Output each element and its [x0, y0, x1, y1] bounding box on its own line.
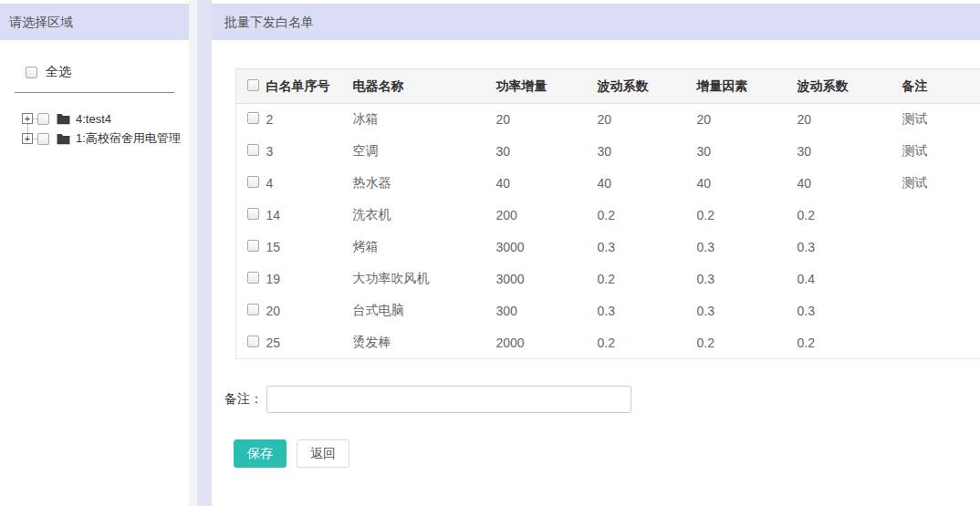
- select-all-label: 全选: [46, 64, 71, 80]
- col-header-name: 电器名称: [353, 69, 496, 104]
- save-button[interactable]: 保存: [234, 439, 287, 468]
- cell-increment: 0.2: [697, 200, 798, 232]
- cell-fluct1: 0.2: [598, 327, 697, 359]
- table-row: 25 烫发棒 2000 0.2 0.2 0.2: [236, 327, 980, 359]
- cell-fluct1: 30: [598, 136, 697, 168]
- cell-remark: [902, 327, 980, 359]
- tree-connector-line: [27, 124, 28, 139]
- cell-remark: [902, 200, 980, 232]
- cell-power: 300: [496, 295, 598, 327]
- region-tree: + 4:test4 + 1:高校宿舍用电管理: [0, 108, 189, 149]
- cell-id: 4: [266, 168, 353, 200]
- table-row: 4 热水器 40 40 40 40 测试: [236, 168, 980, 200]
- page: 请选择区域 全选 + 4:test4 +: [0, 0, 980, 506]
- row-checkbox[interactable]: [247, 240, 259, 252]
- cell-power: 200: [496, 200, 598, 232]
- cell-fluct2: 40: [798, 168, 902, 200]
- expand-plus-icon[interactable]: +: [22, 113, 33, 124]
- cell-increment: 40: [697, 168, 798, 200]
- whitelist-panel: 批量下发白名单 白名单序号 电器名称 功率增量 波动系数 增量因素 波动系数: [212, 0, 980, 506]
- cell-power: 3000: [496, 232, 598, 263]
- col-header-fluct1: 波动系数: [598, 69, 697, 104]
- cell-increment: 0.3: [697, 232, 798, 263]
- sidebar-body: 全选 + 4:test4 +: [0, 40, 189, 149]
- cell-increment: 0.3: [697, 295, 798, 327]
- cell-id: 20: [266, 295, 353, 327]
- cell-power: 30: [496, 136, 598, 168]
- cell-name: 冰箱: [353, 104, 496, 136]
- tree-item-checkbox[interactable]: [37, 113, 49, 125]
- folder-icon: [57, 113, 70, 125]
- col-header-increment: 增量因素: [697, 69, 798, 104]
- tree-item-checkbox[interactable]: [37, 133, 49, 145]
- cell-remark: 测试: [902, 104, 980, 136]
- cell-name: 热水器: [353, 168, 496, 200]
- select-all-row: 全选: [0, 64, 189, 80]
- col-header-fluct2: 波动系数: [798, 69, 902, 104]
- cell-name: 大功率吹风机: [353, 263, 496, 295]
- cell-remark: 测试: [902, 168, 980, 200]
- cell-power: 3000: [496, 263, 598, 295]
- cell-fluct1: 0.2: [598, 263, 697, 295]
- row-checkbox[interactable]: [247, 304, 259, 315]
- cell-increment: 20: [697, 104, 798, 136]
- cell-id: 25: [266, 327, 353, 359]
- cell-id: 15: [266, 232, 353, 263]
- row-checkbox[interactable]: [247, 176, 259, 188]
- cell-fluct1: 0.3: [598, 232, 697, 263]
- row-checkbox[interactable]: [247, 112, 259, 124]
- cell-name: 洗衣机: [353, 200, 496, 232]
- cell-name: 空调: [353, 136, 496, 168]
- col-header-id: 白名单序号: [266, 69, 353, 104]
- cell-fluct1: 20: [598, 104, 697, 136]
- cell-name: 台式电脑: [353, 295, 496, 327]
- cell-fluct2: 0.2: [798, 327, 902, 359]
- region-sidebar: 请选择区域 全选 + 4:test4 +: [0, 0, 189, 506]
- cell-remark: 测试: [902, 136, 980, 168]
- cell-id: 3: [266, 136, 353, 168]
- row-checkbox[interactable]: [247, 272, 259, 284]
- col-header-power: 功率增量: [496, 69, 598, 104]
- tree-item-label[interactable]: 4:test4: [76, 112, 111, 126]
- cell-power: 40: [496, 168, 598, 200]
- tree-item-label[interactable]: 1:高校宿舍用电管理: [76, 130, 181, 147]
- cell-id: 2: [266, 104, 353, 136]
- cell-id: 14: [266, 200, 353, 232]
- cell-fluct2: 0.4: [798, 263, 902, 295]
- cell-increment: 0.2: [697, 327, 798, 359]
- folder-icon: [57, 133, 70, 145]
- select-all-checkbox[interactable]: [26, 67, 37, 78]
- cell-remark: [902, 263, 980, 295]
- whitelist-table: 白名单序号 电器名称 功率增量 波动系数 增量因素 波动系数 备注 2 冰箱: [235, 68, 980, 359]
- table-row: 14 洗衣机 200 0.2 0.2 0.2: [236, 200, 980, 232]
- cell-fluct1: 0.2: [598, 200, 697, 232]
- table-row: 2 冰箱 20 20 20 20 测试: [236, 104, 980, 136]
- row-checkbox[interactable]: [247, 208, 259, 220]
- panel-gap: [189, 0, 212, 506]
- cell-fluct1: 40: [598, 168, 697, 200]
- table-row: 3 空调 30 30 30 30 测试: [236, 136, 980, 168]
- tree-item-dorm-power[interactable]: + 1:高校宿舍用电管理: [22, 129, 189, 149]
- cell-name: 烤箱: [353, 232, 496, 263]
- table-row: 19 大功率吹风机 3000 0.2 0.3 0.4: [236, 263, 980, 295]
- table-header-row: 白名单序号 电器名称 功率增量 波动系数 增量因素 波动系数 备注: [236, 69, 980, 104]
- cell-fluct2: 30: [798, 136, 902, 168]
- cell-remark: [902, 232, 980, 263]
- back-button[interactable]: 返回: [297, 439, 349, 468]
- remark-input[interactable]: [266, 386, 631, 413]
- cell-id: 19: [266, 263, 353, 295]
- table-row: 15 烤箱 3000 0.3 0.3 0.3: [236, 232, 980, 263]
- select-all-rows-checkbox[interactable]: [247, 79, 259, 91]
- col-header-remark: 备注: [902, 69, 980, 104]
- remark-row: 备注：: [224, 386, 980, 413]
- page-title: 批量下发白名单: [212, 4, 980, 40]
- row-checkbox[interactable]: [247, 144, 259, 156]
- cell-fluct2: 20: [798, 104, 902, 136]
- cell-increment: 30: [697, 136, 798, 168]
- cell-power: 2000: [496, 327, 598, 359]
- cell-power: 20: [496, 104, 598, 136]
- tree-item-test4[interactable]: + 4:test4: [22, 108, 189, 129]
- remark-label: 备注：: [224, 391, 263, 408]
- row-checkbox[interactable]: [247, 336, 259, 347]
- cell-increment: 0.3: [697, 263, 798, 295]
